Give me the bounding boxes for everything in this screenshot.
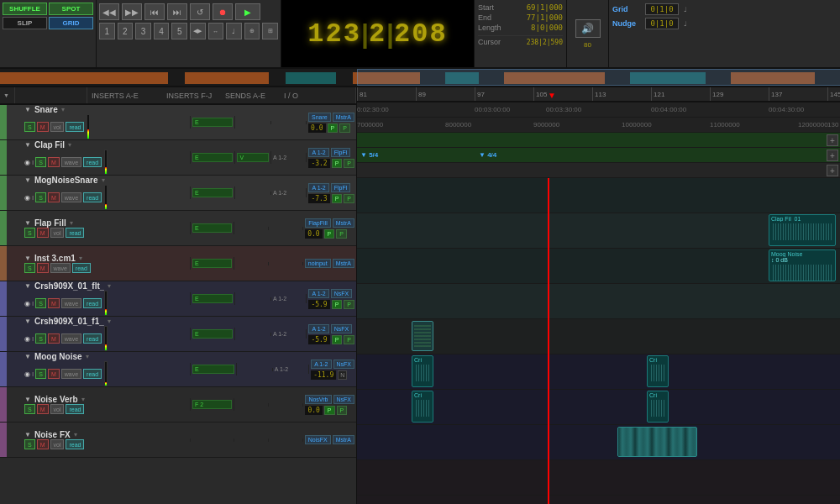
- audio-clip-moog-noise[interactable]: Moog Noise ↕ 0 dB: [769, 249, 836, 281]
- read-button[interactable]: read: [83, 298, 102, 308]
- track-dropdown-icon[interactable]: ▾: [108, 318, 111, 325]
- wave-button[interactable]: wave: [50, 263, 71, 273]
- track-expand-icon[interactable]: ▼: [24, 282, 31, 290]
- solo-button[interactable]: S: [35, 298, 46, 308]
- track-dropdown-icon[interactable]: ▾: [81, 396, 85, 403]
- insert-e-button[interactable]: E: [192, 153, 233, 162]
- io-output-button[interactable]: NsFX: [333, 395, 355, 404]
- midi-button[interactable]: ♩: [226, 23, 242, 39]
- wave-button[interactable]: wave: [61, 157, 81, 167]
- track-dropdown-icon[interactable]: ▾: [68, 141, 71, 149]
- track-lane-crsh1[interactable]: Cri Cri: [357, 354, 840, 390]
- speaker-button[interactable]: 🔊: [575, 19, 601, 38]
- read-button[interactable]: read: [83, 369, 102, 379]
- mute-button[interactable]: M: [37, 122, 49, 132]
- overview-strip[interactable]: [0, 69, 840, 87]
- read-button[interactable]: read: [66, 228, 84, 238]
- num-2[interactable]: 2: [118, 23, 134, 39]
- track-dropdown-icon[interactable]: ▾: [102, 176, 105, 184]
- track-expand-icon[interactable]: ▼: [24, 141, 31, 149]
- wave-button[interactable]: wave: [61, 369, 81, 379]
- record-arm-icon[interactable]: ◉: [24, 300, 30, 307]
- track-expand-icon[interactable]: ▼: [24, 431, 31, 438]
- timeline-ruler[interactable]: 81 89 97 105 113 121 129 137 145 ▼: [357, 87, 840, 102]
- mute-button[interactable]: M: [48, 369, 60, 379]
- mute-button[interactable]: M: [48, 333, 60, 344]
- read-button[interactable]: read: [83, 333, 102, 344]
- wave-button[interactable]: wave: [61, 298, 81, 308]
- track-expand-icon[interactable]: ▼: [24, 318, 31, 325]
- track-lane-snare[interactable]: [357, 178, 840, 213]
- solo-button[interactable]: S: [35, 192, 46, 202]
- record-arm-icon[interactable]: ◉: [24, 159, 30, 166]
- io-output-button[interactable]: NsFX: [333, 360, 355, 369]
- click-button[interactable]: ⊕: [244, 23, 260, 39]
- mute-button[interactable]: M: [37, 263, 49, 273]
- pre-fader-button[interactable]: P: [324, 229, 335, 239]
- play-button[interactable]: ▶: [235, 3, 260, 20]
- overview-viewport[interactable]: [357, 69, 840, 86]
- insert-e-button[interactable]: E: [192, 259, 232, 268]
- track-lane-flap[interactable]: [357, 284, 840, 319]
- read-button[interactable]: read: [83, 157, 102, 167]
- post-fader-button[interactable]: P: [344, 300, 354, 309]
- post-fader-button[interactable]: P: [339, 123, 350, 133]
- io-output-button[interactable]: MstrA: [333, 113, 354, 122]
- main-counter[interactable]: 123 | 2 | 208: [281, 0, 475, 67]
- solo-button[interactable]: S: [24, 228, 35, 238]
- track-lane-crsh2[interactable]: Cri Cri: [357, 390, 840, 425]
- read-button[interactable]: read: [66, 439, 84, 449]
- wave-button[interactable]: wave: [61, 333, 81, 344]
- pre-fader-button[interactable]: P: [324, 406, 335, 415]
- io-input-button[interactable]: A 1-2: [308, 289, 328, 298]
- mute-button[interactable]: M: [48, 192, 60, 202]
- grid-button[interactable]: GRID: [49, 17, 93, 29]
- insert-e-button[interactable]: E: [192, 188, 233, 197]
- solo-button[interactable]: S: [24, 263, 35, 273]
- io-input-button[interactable]: FlapFill: [305, 218, 331, 228]
- vol-button[interactable]: vol: [50, 404, 65, 414]
- go-to-end-button[interactable]: ⏭: [167, 3, 187, 20]
- solo-button[interactable]: S: [24, 122, 35, 132]
- meter-ruler[interactable]: ▼ 5/4 ▼ 4/4 +: [357, 148, 840, 163]
- track-expand-icon[interactable]: ▼: [24, 219, 31, 227]
- num-3[interactable]: 3: [135, 23, 151, 39]
- track-lane-mog[interactable]: Moog Noise ↕ 0 dB: [357, 249, 840, 284]
- io-input-button[interactable]: Snare: [308, 113, 331, 122]
- input-mon-icon[interactable]: I: [32, 194, 34, 202]
- nudge-value[interactable]: 0|1|0: [645, 18, 679, 29]
- io-output-button[interactable]: MstrA: [333, 218, 354, 228]
- record-arm-icon[interactable]: ◉: [24, 370, 30, 378]
- track-dropdown-icon[interactable]: ▾: [108, 282, 111, 290]
- solo-button[interactable]: S: [35, 157, 46, 167]
- insert-f2-button[interactable]: F 2: [192, 400, 232, 409]
- io-output-button[interactable]: FlpFl: [331, 148, 351, 157]
- mem-loc-button[interactable]: ◀▶: [190, 23, 206, 39]
- insert-e-button[interactable]: E: [192, 118, 233, 127]
- mute-button[interactable]: M: [48, 298, 60, 308]
- solo-button[interactable]: S: [35, 333, 46, 344]
- mute-button[interactable]: M: [37, 439, 49, 449]
- io-output-button[interactable]: MstrA: [333, 259, 354, 268]
- audio-clip-crsh1-b[interactable]: Cri: [647, 355, 669, 387]
- insert-e-button[interactable]: E: [192, 294, 233, 303]
- solo-button[interactable]: S: [24, 404, 35, 414]
- post-fader-button[interactable]: P: [344, 159, 354, 168]
- insert-e-button[interactable]: E: [192, 223, 232, 233]
- extra1[interactable]: ⊞: [262, 23, 278, 39]
- read-button[interactable]: read: [83, 192, 102, 202]
- audio-clip-crsh1-a[interactable]: Cri: [412, 355, 433, 387]
- track-dropdown-icon[interactable]: ▾: [61, 106, 65, 113]
- insert-e-button[interactable]: E: [192, 329, 233, 339]
- loop-button[interactable]: ↺: [190, 3, 210, 20]
- track-lane-noise-fx[interactable]: [357, 496, 840, 504]
- tempo-ruler[interactable]: +: [357, 133, 840, 148]
- solo-button[interactable]: S: [24, 439, 35, 449]
- io-output-button[interactable]: FlpFl: [331, 183, 351, 192]
- insert-e-button[interactable]: E: [192, 365, 234, 374]
- rewind-button[interactable]: ◀◀: [99, 3, 119, 20]
- pre-fader-button[interactable]: P: [332, 335, 343, 344]
- read-button[interactable]: read: [66, 122, 84, 132]
- input-mon-icon[interactable]: I: [32, 370, 34, 378]
- pre-fader-button[interactable]: P: [332, 194, 343, 203]
